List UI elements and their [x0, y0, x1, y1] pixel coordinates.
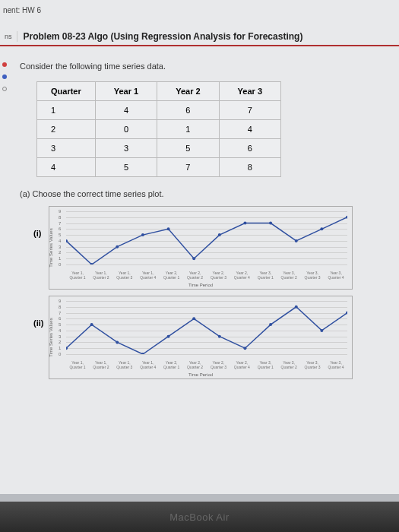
- svg-point-6: [218, 233, 221, 236]
- svg-point-18: [218, 335, 221, 338]
- table-row: 3356: [37, 139, 281, 158]
- svg-point-9: [295, 239, 298, 242]
- question-a: (a) Choose the correct time series plot.: [20, 189, 384, 198]
- svg-point-5: [192, 257, 195, 260]
- svg-point-8: [269, 222, 272, 225]
- data-table: Quarter Year 1 Year 2 Year 3 14672014335…: [36, 81, 281, 177]
- chart-area-i: 9876543210: [66, 211, 347, 264]
- svg-point-17: [192, 317, 195, 320]
- xlabel-i: Time Period: [188, 283, 213, 287]
- xtick: Year 2, Quarter 1: [160, 361, 183, 369]
- xtick: Year 3, Quarter 4: [325, 271, 347, 280]
- xtick: Year 3, Quarter 3: [301, 271, 324, 280]
- assignment-header: nent: HW 6: [0, 6, 399, 14]
- ylabel-ii: Time Series Values: [49, 318, 53, 356]
- device-label: MacBook Air: [169, 511, 229, 523]
- instruction-text: Consider the following time series data.: [20, 62, 384, 71]
- xtick: Year 1, Quarter 3: [113, 271, 136, 280]
- xtick: Year 2, Quarter 4: [230, 271, 253, 280]
- plot-box-ii[interactable]: Time Series Values 9876543210 Year 1, Qu…: [49, 296, 353, 379]
- svg-point-19: [243, 347, 246, 350]
- dot-red-icon: [2, 62, 7, 67]
- svg-point-7: [243, 222, 246, 225]
- xtick: Year 1, Quarter 4: [137, 271, 160, 280]
- table-cell: 5: [95, 158, 157, 177]
- tab-ns[interactable]: ns: [0, 31, 17, 42]
- table-cell: 8: [219, 158, 280, 177]
- xtick: Year 2, Quarter 3: [207, 271, 230, 280]
- svg-point-21: [295, 306, 298, 309]
- table-row: 4578: [37, 158, 281, 177]
- xtick: Year 3, Quarter 3: [301, 361, 324, 369]
- table-cell: 6: [219, 139, 280, 158]
- xtick: Year 2, Quarter 4: [230, 361, 253, 369]
- table-cell: 5: [157, 139, 219, 158]
- table-cell: 7: [157, 158, 219, 177]
- svg-point-22: [320, 329, 323, 332]
- xtick: Year 3, Quarter 1: [254, 271, 277, 280]
- svg-point-10: [320, 227, 323, 230]
- table-cell: 6: [157, 101, 219, 120]
- svg-point-4: [167, 227, 170, 230]
- plot-row-i: (i) Time Series Values 9876543210 Year 1…: [18, 206, 384, 290]
- xtick: Year 3, Quarter 2: [277, 271, 300, 280]
- table-cell: 7: [219, 101, 280, 120]
- xtick: Year 2, Quarter 1: [160, 271, 183, 280]
- dot-blue-icon: [2, 74, 7, 79]
- svg-point-13: [90, 323, 93, 326]
- svg-point-20: [269, 323, 272, 326]
- table-row: 2014: [37, 120, 281, 139]
- plot-label-ii: (ii): [18, 296, 49, 328]
- chart-area-ii: 9876543210: [66, 301, 347, 354]
- xtick: Year 1, Quarter 4: [137, 361, 160, 369]
- th-quarter: Quarter: [37, 82, 96, 101]
- xtick: Year 1, Quarter 2: [90, 271, 112, 280]
- xtick: Year 1, Quarter 2: [90, 361, 112, 369]
- table-cell: 3: [95, 139, 157, 158]
- svg-point-2: [116, 245, 119, 249]
- table-cell: 1: [37, 101, 96, 120]
- plot-row-ii: (ii) Time Series Values 9876543210 Year …: [18, 296, 384, 379]
- table-cell: 1: [157, 120, 219, 139]
- table-row: 1467: [37, 101, 281, 120]
- xticks-ii: Year 1, Quarter 1Year 1, Quarter 2Year 1…: [66, 361, 347, 369]
- xticks-i: Year 1, Quarter 1Year 1, Quarter 2Year 1…: [66, 271, 347, 280]
- xtick: Year 1, Quarter 3: [113, 361, 136, 369]
- xtick: Year 3, Quarter 2: [277, 361, 300, 369]
- xtick: Year 1, Quarter 1: [66, 361, 89, 369]
- plot-label-i: (i): [18, 206, 49, 238]
- xtick: Year 3, Quarter 4: [325, 361, 347, 369]
- th-year2: Year 2: [157, 82, 219, 101]
- xtick: Year 2, Quarter 2: [184, 361, 207, 369]
- th-year1: Year 1: [95, 82, 157, 101]
- ylabel-i: Time Series Values: [49, 228, 53, 267]
- table-cell: 3: [37, 139, 96, 158]
- svg-point-3: [141, 233, 144, 236]
- table-cell: 4: [37, 158, 96, 177]
- xlabel-ii: Time Period: [188, 372, 213, 377]
- xtick: Year 2, Quarter 2: [184, 271, 207, 280]
- table-cell: 4: [95, 101, 157, 120]
- tab-row: ns Problem 08-23 Algo (Using Regression …: [0, 28, 399, 46]
- xtick: Year 3, Quarter 1: [254, 361, 277, 369]
- xtick: Year 2, Quarter 3: [207, 361, 230, 369]
- xtick: Year 1, Quarter 1: [66, 271, 89, 280]
- svg-point-14: [116, 340, 119, 344]
- table-cell: 2: [37, 120, 96, 139]
- th-year3: Year 3: [219, 82, 280, 101]
- side-dots: [2, 55, 7, 99]
- dot-hollow-icon[interactable]: [2, 87, 7, 91]
- problem-title: Problem 08-23 Algo (Using Regression Ana…: [17, 28, 399, 45]
- table-cell: 4: [219, 120, 280, 139]
- plot-box-i[interactable]: Time Series Values 9876543210 Year 1, Qu…: [49, 206, 353, 290]
- svg-point-16: [167, 335, 170, 338]
- table-cell: 0: [95, 120, 157, 139]
